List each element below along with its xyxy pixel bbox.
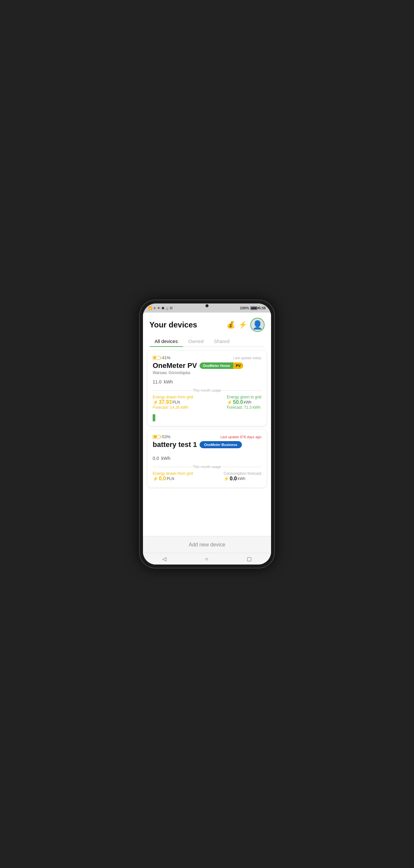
month-usage-divider-1: This month usage bbox=[153, 465, 261, 469]
battery-small-1 bbox=[153, 435, 161, 439]
tabs-row: All devices Owned Shared bbox=[149, 336, 265, 347]
bar-container-0 bbox=[153, 412, 261, 422]
energy-given-forecast-0: Forecast: 71.3 kWh bbox=[227, 405, 261, 410]
mail-icon: M bbox=[170, 306, 172, 310]
nav-recent-icon[interactable]: ▢ bbox=[247, 556, 252, 562]
tag-row-1: OneMeter Business bbox=[200, 441, 242, 448]
phone-camera bbox=[205, 304, 209, 307]
lightning-given-1: ⚡ bbox=[223, 476, 229, 481]
energy-col-given-0: Energy given to grid ⚡ 50.0 kWh Forecast… bbox=[227, 395, 261, 410]
bar-green-0 bbox=[153, 414, 155, 422]
phone-screen: 📶 ✈ 👁 ⭓ △ M 100% 5:56 Your devices bbox=[143, 304, 271, 564]
coin-icon[interactable]: 💰 bbox=[227, 321, 235, 329]
battery-pct-1: 53% bbox=[162, 434, 170, 439]
tab-owned[interactable]: Owned bbox=[183, 336, 209, 346]
dashed-line-left-0 bbox=[153, 390, 192, 391]
energy-given-label-1: Consumption forecast bbox=[223, 471, 261, 476]
tag-row-0: OneMeter Home PV bbox=[200, 363, 243, 369]
android-nav: ◁ ○ ▢ bbox=[143, 553, 271, 564]
warning-icon: △ bbox=[166, 306, 169, 310]
dashed-line-right-0 bbox=[222, 390, 261, 391]
energy-given-label-0: Energy given to grid bbox=[227, 395, 261, 399]
battery-pct-0: 41% bbox=[162, 355, 170, 360]
app-content: Your devices 💰 ⚡ 👤 All devices bbox=[143, 313, 271, 564]
add-device-label: Add new device bbox=[189, 542, 226, 548]
tab-all-devices[interactable]: All devices bbox=[149, 336, 183, 346]
status-icons-left: 📶 ✈ 👁 ⭓ △ M bbox=[148, 306, 172, 310]
device-name-1: battery test 1 bbox=[153, 440, 197, 449]
dashed-line-right-1 bbox=[222, 467, 261, 467]
battery-icon bbox=[250, 306, 257, 310]
card-title-row-1: battery test 1 OneMeter Business bbox=[153, 440, 261, 449]
avatar[interactable]: 👤 bbox=[250, 318, 265, 332]
tag-blue-1: OneMeter Business bbox=[200, 441, 242, 448]
airplane-icon: ✈ bbox=[153, 306, 156, 310]
energy-drawn-label-0: Energy drawn from grid bbox=[153, 395, 193, 399]
lightning-drawn-0: ⚡ bbox=[153, 400, 158, 405]
month-usage-divider-0: This month usage bbox=[153, 388, 261, 392]
nav-home-icon[interactable]: ○ bbox=[205, 556, 208, 562]
status-right: 100% 5:56 bbox=[240, 306, 266, 310]
energy-col-given-1: Consumption forecast ⚡ 0.0 kWh bbox=[223, 471, 261, 482]
battery-small-fill-0 bbox=[153, 356, 156, 359]
header-row: Your devices 💰 ⚡ 👤 bbox=[149, 318, 265, 332]
month-usage-label-1: This month usage bbox=[193, 465, 221, 469]
battery-percentage: 100% bbox=[240, 306, 249, 310]
dashed-line-left-1 bbox=[153, 467, 192, 467]
tag-green-0: OneMeter Home bbox=[200, 363, 233, 369]
nav-back-icon[interactable]: ◁ bbox=[162, 556, 166, 562]
energy-col-drawn-1: Energy drawn from grid ⚡ 0.0 PLN bbox=[153, 471, 193, 482]
battery-small-0 bbox=[153, 356, 161, 360]
device-card-1[interactable]: 53% Last update 676 days ago battery tes… bbox=[147, 430, 267, 488]
energy-drawn-value-1: ⚡ 0.0 PLN bbox=[153, 476, 193, 482]
energy-drawn-label-1: Energy drawn from grid bbox=[153, 471, 193, 476]
energy-given-value-0: ⚡ 50.0 kWh bbox=[227, 399, 261, 405]
avatar-icon: 👤 bbox=[252, 320, 263, 330]
cards-container: 41% Last update today OneMeter PV OneMet… bbox=[143, 347, 271, 536]
energy-row-1: Energy drawn from grid ⚡ 0.0 PLN Consump… bbox=[153, 471, 261, 482]
header-icons: 💰 ⚡ 👤 bbox=[227, 318, 265, 332]
energy-col-drawn-0: Energy drawn from grid ⚡ 37.93 PLN Forec… bbox=[153, 395, 193, 410]
phone-frame: 📶 ✈ 👁 ⭓ △ M 100% 5:56 Your devices bbox=[139, 300, 275, 568]
add-new-device-button[interactable]: Add new device bbox=[143, 536, 271, 553]
device-kwh-0: 11.0 kWh bbox=[153, 376, 261, 386]
tab-shared[interactable]: Shared bbox=[209, 336, 235, 346]
wifi-icon: 📶 bbox=[148, 306, 152, 310]
clock: 5:56 bbox=[259, 306, 266, 310]
energy-row-0: Energy drawn from grid ⚡ 37.93 PLN Forec… bbox=[153, 395, 261, 410]
card-top-row-1: 53% Last update 676 days ago bbox=[153, 434, 261, 439]
battery-status-1: 53% bbox=[153, 434, 170, 439]
lightning-drawn-1: ⚡ bbox=[153, 476, 158, 481]
lightning-icon[interactable]: ⚡ bbox=[238, 321, 247, 329]
page-title: Your devices bbox=[149, 320, 197, 330]
last-update-0: Last update today bbox=[233, 356, 261, 360]
app-header: Your devices 💰 ⚡ 👤 All devices bbox=[143, 313, 271, 347]
card-top-row-0: 41% Last update today bbox=[153, 355, 261, 360]
device-location-0: Warsaw, Górnośląska bbox=[153, 371, 261, 375]
device-name-0: OneMeter PV bbox=[153, 362, 197, 370]
energy-given-value-1: ⚡ 0.0 kWh bbox=[223, 476, 261, 482]
month-usage-label-0: This month usage bbox=[193, 388, 221, 392]
tag-yellow-0: PV bbox=[233, 363, 243, 369]
lightning-given-0: ⚡ bbox=[227, 400, 232, 405]
bluetooth-icon: ⭓ bbox=[162, 306, 165, 310]
energy-drawn-value-0: ⚡ 37.93 PLN bbox=[153, 399, 193, 405]
battery-status-0: 41% bbox=[153, 355, 170, 360]
battery-fill bbox=[251, 307, 257, 309]
energy-drawn-forecast-0: Forecast: 14.26 kWh bbox=[153, 405, 193, 410]
eye-icon: 👁 bbox=[157, 306, 161, 310]
card-title-row-0: OneMeter PV OneMeter Home PV bbox=[153, 362, 261, 370]
last-update-1: Last update 676 days ago bbox=[220, 435, 261, 439]
device-kwh-1: 0.0 kWh bbox=[153, 452, 261, 462]
battery-small-fill-1 bbox=[153, 436, 157, 438]
device-card-0[interactable]: 41% Last update today OneMeter PV OneMet… bbox=[147, 351, 267, 426]
